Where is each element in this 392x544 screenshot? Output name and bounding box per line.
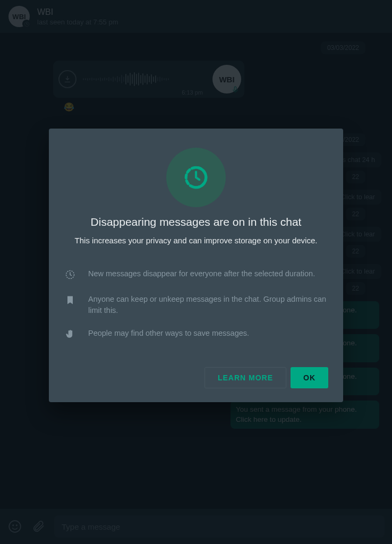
dialog-title: Disappearing messages are on in this cha…: [64, 216, 328, 228]
modal-overlay[interactable]: Disappearing messages are on in this cha…: [0, 0, 392, 544]
timer-small-icon: [65, 269, 76, 282]
timer-icon: [166, 148, 226, 207]
dialog-subtitle: This increases your privacy and can impr…: [64, 236, 328, 245]
learn-more-button[interactable]: LEARN MORE: [204, 367, 286, 388]
hand-icon: [65, 329, 76, 342]
bookmark-icon: [65, 295, 76, 308]
ok-button[interactable]: OK: [291, 367, 328, 388]
info-text: New messages disappear for everyone afte…: [88, 268, 315, 279]
info-item: New messages disappear for everyone afte…: [65, 268, 327, 282]
info-text: Anyone can keep or unkeep messages in th…: [88, 294, 327, 316]
info-item: Anyone can keep or unkeep messages in th…: [65, 294, 327, 316]
info-text: People may find other ways to save messa…: [88, 328, 249, 339]
disappearing-messages-dialog: Disappearing messages are on in this cha…: [49, 129, 343, 402]
info-item: People may find other ways to save messa…: [65, 328, 327, 342]
